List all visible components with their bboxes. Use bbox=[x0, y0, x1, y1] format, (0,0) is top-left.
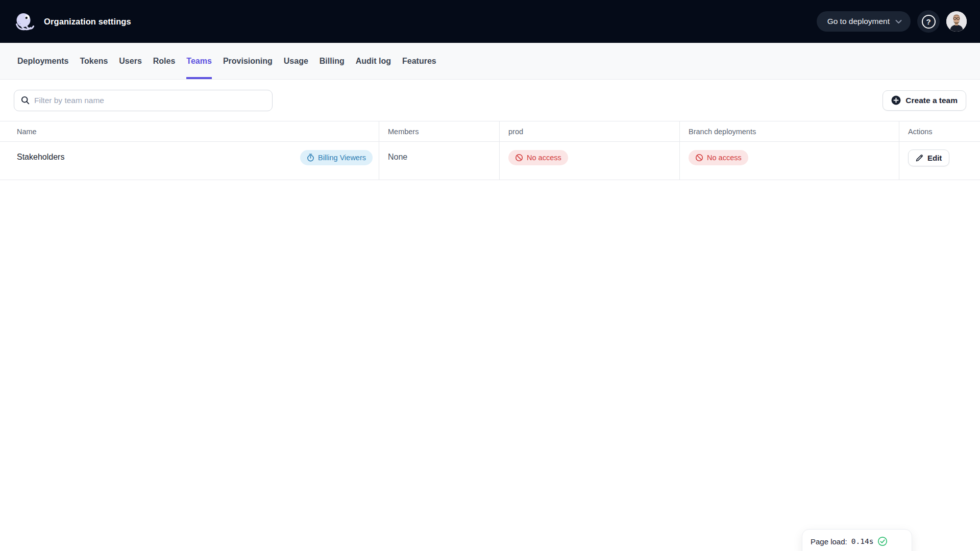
page-load-label: Page load: bbox=[811, 536, 847, 547]
cell-prod-access: No access bbox=[499, 142, 679, 180]
user-avatar[interactable] bbox=[946, 11, 967, 32]
create-team-button[interactable]: Create a team bbox=[883, 90, 966, 111]
teams-toolbar: Create a team bbox=[0, 80, 980, 121]
tab-users[interactable]: Users bbox=[119, 43, 141, 79]
teams-table: Name Members prod Branch deployments Act… bbox=[0, 121, 980, 180]
team-name: Stakeholders bbox=[17, 150, 64, 162]
table-row: Stakeholders Billing Viewers None bbox=[0, 142, 980, 180]
team-filter-input[interactable] bbox=[34, 96, 265, 105]
help-button[interactable]: ? bbox=[917, 10, 940, 33]
cell-members: None bbox=[379, 142, 499, 180]
question-mark-icon: ? bbox=[922, 15, 936, 29]
table-header-row: Name Members prod Branch deployments Act… bbox=[0, 121, 980, 142]
page-title: Organization settings bbox=[44, 17, 131, 27]
page-load-widget[interactable]: Page load: 0.14s bbox=[802, 529, 912, 551]
prod-access-label: No access bbox=[527, 154, 561, 162]
column-header-name: Name bbox=[0, 121, 379, 141]
plus-circle-icon bbox=[891, 95, 901, 105]
role-badge: Billing Viewers bbox=[300, 150, 373, 165]
no-access-icon bbox=[515, 154, 523, 162]
question-mark-glyph: ? bbox=[926, 18, 930, 26]
role-badge-label: Billing Viewers bbox=[318, 154, 366, 162]
tab-teams[interactable]: Teams bbox=[186, 43, 212, 79]
tab-billing[interactable]: Billing bbox=[320, 43, 345, 79]
tab-label: Teams bbox=[186, 57, 212, 66]
tab-audit-log[interactable]: Audit log bbox=[356, 43, 391, 79]
team-filter-box[interactable] bbox=[14, 90, 273, 111]
edit-team-button[interactable]: Edit bbox=[908, 149, 949, 166]
tab-label: Deployments bbox=[17, 57, 68, 66]
tab-deployments[interactable]: Deployments bbox=[17, 43, 68, 79]
tab-roles[interactable]: Roles bbox=[153, 43, 176, 79]
chevron-down-icon bbox=[895, 19, 902, 24]
tab-label: Provisioning bbox=[223, 57, 273, 66]
tab-label: Roles bbox=[153, 57, 176, 66]
settings-tab-bar: Deployments Tokens Users Roles Teams Pro… bbox=[0, 43, 980, 80]
cell-actions: Edit bbox=[899, 142, 980, 180]
page-load-value: 0.14s bbox=[851, 536, 874, 547]
tab-provisioning[interactable]: Provisioning bbox=[223, 43, 273, 79]
header-actions: Go to deployment ? bbox=[817, 10, 967, 33]
tab-usage[interactable]: Usage bbox=[284, 43, 308, 79]
members-value: None bbox=[388, 150, 407, 162]
tab-label: Tokens bbox=[80, 57, 108, 66]
branch-access-label: No access bbox=[707, 154, 742, 162]
check-circle-icon bbox=[877, 536, 888, 546]
cell-team-name: Stakeholders Billing Viewers bbox=[0, 142, 379, 180]
tab-features[interactable]: Features bbox=[402, 43, 436, 79]
edit-button-label: Edit bbox=[927, 154, 942, 162]
app-header: Organization settings Go to deployment ? bbox=[0, 0, 980, 43]
tab-label: Audit log bbox=[356, 57, 391, 66]
prod-access-badge: No access bbox=[508, 150, 568, 165]
stopwatch-icon bbox=[307, 154, 314, 162]
pencil-icon bbox=[916, 154, 923, 162]
column-header-actions: Actions bbox=[899, 121, 980, 141]
octopus-logo-icon[interactable] bbox=[14, 11, 34, 32]
search-icon bbox=[21, 96, 30, 105]
go-to-deployment-button[interactable]: Go to deployment bbox=[817, 11, 911, 32]
tab-label: Features bbox=[402, 57, 436, 66]
tab-label: Usage bbox=[284, 57, 308, 66]
create-team-label: Create a team bbox=[905, 96, 958, 105]
column-header-prod: prod bbox=[499, 121, 679, 141]
branch-access-badge: No access bbox=[689, 150, 748, 165]
go-to-deployment-label: Go to deployment bbox=[827, 17, 890, 26]
tab-label: Billing bbox=[320, 57, 345, 66]
cell-branch-access: No access bbox=[679, 142, 899, 180]
tab-tokens[interactable]: Tokens bbox=[80, 43, 108, 79]
column-header-members: Members bbox=[379, 121, 499, 141]
column-header-branch-deployments: Branch deployments bbox=[679, 121, 899, 141]
tab-label: Users bbox=[119, 57, 141, 66]
no-access-icon bbox=[695, 154, 703, 162]
